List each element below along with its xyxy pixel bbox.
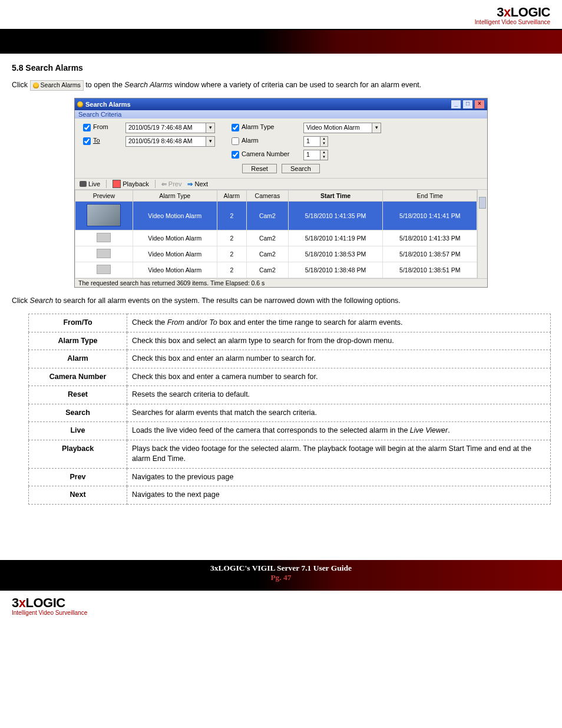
- alarmtype-checkbox[interactable]: [232, 124, 239, 131]
- to-datetime-input[interactable]: 2010/05/19 8:46:48 AM▾: [125, 136, 215, 147]
- option-label: From/To: [29, 314, 127, 332]
- col-cameras[interactable]: Cameras: [246, 190, 288, 202]
- preview-thumbnail: [97, 249, 111, 258]
- cell-alarm: 2: [217, 230, 246, 246]
- cell-preview: [75, 230, 133, 246]
- cell-alarm_type: Video Motion Alarm: [133, 246, 217, 262]
- to-checkbox-label[interactable]: To: [81, 136, 116, 147]
- footer-page: Pg. 47: [0, 573, 562, 582]
- cell-preview: [75, 262, 133, 278]
- prev-button[interactable]: ⇐Prev: [161, 180, 182, 188]
- film-icon: [113, 180, 121, 188]
- cell-cameras: Cam2: [246, 246, 288, 262]
- camnum-spinner[interactable]: 1▲▼: [303, 150, 328, 160]
- from-datetime-input[interactable]: 2010/05/19 7:46:48 AM▾: [125, 123, 215, 133]
- to-checkbox[interactable]: [83, 137, 91, 145]
- cell-cameras: Cam2: [246, 230, 288, 246]
- alarmtype-checkbox-label[interactable]: Alarm Type: [229, 122, 294, 133]
- table-row[interactable]: Video Motion Alarm2Cam25/18/2010 1:38:48…: [75, 262, 477, 278]
- col-alarm[interactable]: Alarm: [217, 190, 246, 202]
- search-alarms-window: Search Alarms _ □ × Search Criteria From…: [74, 98, 488, 288]
- option-desc: Plays back the video footage for the sel…: [127, 440, 551, 468]
- intro-mid: to open the: [85, 81, 124, 89]
- cell-start: 5/18/2010 1:38:48 PM: [288, 262, 382, 278]
- col-preview[interactable]: Preview: [75, 190, 133, 202]
- option-label: Live: [29, 422, 127, 440]
- live-button[interactable]: Live: [80, 180, 100, 187]
- results-header-row: Preview Alarm Type Alarm Cameras Start T…: [75, 190, 477, 202]
- playback-button[interactable]: Playback: [113, 180, 149, 188]
- option-row: NextNavigates to the next page: [29, 486, 551, 505]
- option-row: PrevNavigates to the previous page: [29, 468, 551, 486]
- option-label: Next: [29, 486, 127, 505]
- scrollbar-thumb[interactable]: [479, 197, 486, 209]
- option-desc: Loads the live video feed of the camera …: [127, 422, 551, 440]
- option-label: Playback: [29, 440, 127, 468]
- col-starttime[interactable]: Start Time: [288, 190, 382, 202]
- window-title: Search Alarms: [85, 101, 131, 108]
- window-titlebar[interactable]: Search Alarms _ □ ×: [75, 98, 487, 110]
- preview-thumbnail: [97, 265, 111, 274]
- cell-preview: [75, 202, 133, 230]
- col-endtime[interactable]: End Time: [383, 190, 477, 202]
- option-label: Reset: [29, 386, 127, 404]
- cell-end: 5/18/2010 1:41:33 PM: [383, 230, 477, 246]
- page-content: 5.8 Search Alarms Click Search Alarms to…: [0, 54, 562, 507]
- option-desc: Resets the search criteria to default.: [127, 386, 551, 404]
- intro-prefix: Click: [12, 81, 30, 89]
- chevron-down-icon[interactable]: ▾: [206, 123, 214, 133]
- arrow-left-icon: ⇐: [161, 180, 167, 188]
- cell-end: 5/18/2010 1:38:57 PM: [383, 246, 477, 262]
- chevron-down-icon[interactable]: ▾: [206, 137, 214, 146]
- table-row[interactable]: Video Motion Alarm2Cam25/18/2010 1:41:35…: [75, 202, 477, 230]
- preview-thumbnail: [87, 204, 121, 226]
- next-button[interactable]: ⇒Next: [187, 180, 208, 188]
- alarm-checkbox[interactable]: [232, 137, 239, 145]
- option-label: Camera Number: [29, 368, 127, 386]
- alarm-checkbox-label[interactable]: Alarm: [229, 136, 294, 147]
- spin-up-icon[interactable]: ▲: [320, 137, 328, 141]
- option-desc: Check the From and/or To box and enter t…: [127, 314, 551, 332]
- intro-paragraph: Click Search Alarms to open the Search A…: [12, 80, 550, 91]
- cell-alarm: 2: [217, 202, 246, 230]
- titlebar-bell-icon: [77, 101, 83, 107]
- option-desc: Searches for alarm events that match the…: [127, 404, 551, 422]
- table-row[interactable]: Video Motion Alarm2Cam25/18/2010 1:41:19…: [75, 230, 477, 246]
- col-alarmtype[interactable]: Alarm Type: [133, 190, 217, 202]
- spin-down-icon[interactable]: ▼: [320, 155, 328, 160]
- page-header: 3xLOGIC Intelligent Video Surveillance: [0, 0, 562, 28]
- logo-logic: LOGIC: [511, 5, 550, 19]
- table-row[interactable]: Video Motion Alarm2Cam25/18/2010 1:38:53…: [75, 246, 477, 262]
- option-row: Camera NumberCheck this box and enter a …: [29, 368, 551, 386]
- option-label: Prev: [29, 468, 127, 486]
- reset-button[interactable]: Reset: [242, 164, 277, 173]
- alarm-spinner[interactable]: 1▲▼: [303, 136, 328, 147]
- from-checkbox-label[interactable]: From: [81, 122, 116, 133]
- results-scrollbar[interactable]: [477, 190, 487, 278]
- cell-cameras: Cam2: [246, 202, 288, 230]
- brand-logo: 3xLOGIC: [12, 5, 550, 20]
- toolbar-separator: [155, 180, 156, 188]
- maximize-button[interactable]: □: [462, 100, 473, 109]
- from-checkbox[interactable]: [83, 124, 91, 131]
- option-row: PlaybackPlays back the video footage for…: [29, 440, 551, 468]
- cell-start: 5/18/2010 1:41:19 PM: [288, 230, 382, 246]
- alarmtype-combo[interactable]: Video Motion Alarm▾: [303, 123, 381, 133]
- spin-down-icon[interactable]: ▼: [320, 141, 328, 146]
- cell-alarm: 2: [217, 262, 246, 278]
- spin-up-icon[interactable]: ▲: [320, 150, 328, 155]
- close-button[interactable]: ×: [474, 100, 485, 109]
- camnum-checkbox[interactable]: [232, 151, 239, 159]
- logo-x: x: [504, 5, 511, 19]
- search-alarms-inline-button[interactable]: Search Alarms: [30, 80, 84, 91]
- intro-em: Search Alarms: [124, 81, 173, 89]
- cell-start: 5/18/2010 1:41:35 PM: [288, 202, 382, 230]
- minimize-button[interactable]: _: [451, 100, 461, 109]
- cell-alarm_type: Video Motion Alarm: [133, 262, 217, 278]
- camnum-checkbox-label[interactable]: Camera Number: [229, 149, 294, 160]
- section-title: 5.8 Search Alarms: [12, 63, 550, 73]
- chevron-down-icon[interactable]: ▾: [372, 123, 381, 133]
- option-desc: Check this box and enter a camera number…: [127, 368, 551, 386]
- option-label: Alarm Type: [29, 332, 127, 350]
- search-button[interactable]: Search: [282, 164, 320, 173]
